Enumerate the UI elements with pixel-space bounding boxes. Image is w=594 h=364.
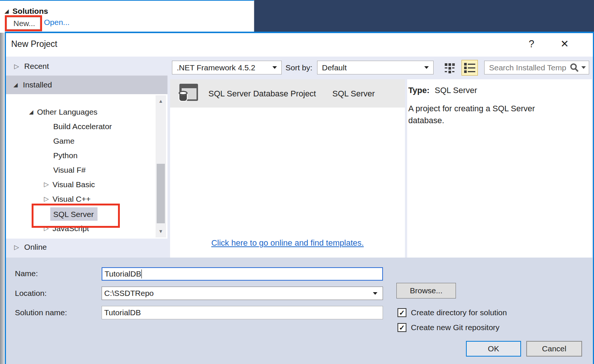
sort-value: Default: [322, 63, 347, 72]
new-solution-link[interactable]: New...: [13, 19, 35, 28]
chevron-down-icon: [424, 66, 429, 69]
sort-dropdown[interactable]: Default: [317, 61, 434, 74]
open-solution-link[interactable]: Open...: [44, 18, 70, 27]
create-git-label: Create new Git repository: [411, 323, 499, 332]
expanded-triangle-icon: ◢: [4, 8, 9, 15]
close-icon[interactable]: ✕: [556, 37, 573, 51]
help-icon[interactable]: ?: [525, 37, 538, 51]
scroll-up-icon[interactable]: ▲: [156, 96, 166, 106]
chevron-right-icon: ▷: [44, 181, 49, 188]
scroll-down-icon[interactable]: ▼: [156, 226, 166, 236]
nav-item-recent[interactable]: ▷ Recent: [14, 60, 49, 73]
solutions-title: Solutions: [13, 7, 48, 16]
tree-item-label: Visual F#: [53, 166, 86, 175]
create-directory-checkbox-row: ✓ Create directory for solution: [397, 308, 507, 317]
new-link-red-annotation: New...: [5, 15, 42, 31]
expanded-triangle-icon: ◢: [13, 82, 18, 88]
ok-button[interactable]: OK: [466, 341, 521, 357]
location-value: C:\SSDTRepo: [104, 289, 154, 298]
nav-installed-label: Installed: [23, 80, 52, 89]
project-name-input[interactable]: TutorialDB: [102, 267, 383, 281]
dialog-title: New Project: [11, 39, 57, 49]
template-platform: SQL Server: [332, 89, 375, 99]
sql-database-project-icon: [178, 83, 199, 104]
chevron-right-icon: ▷: [14, 243, 19, 251]
location-dropdown[interactable]: C:\SSDTRepo: [102, 287, 383, 300]
chevron-right-icon: ▷: [44, 195, 49, 203]
scrollbar-thumb[interactable]: [157, 164, 165, 223]
list-view-button[interactable]: [462, 60, 478, 76]
create-git-checkbox[interactable]: ✓: [397, 323, 406, 332]
tree-item-visual-basic[interactable]: ▷ Visual Basic: [44, 177, 95, 192]
tree-item-label: Build Accelerator: [53, 122, 112, 131]
type-value: SQL Server: [435, 86, 477, 95]
project-name-value: TutorialDB: [105, 269, 141, 278]
location-label: Location:: [15, 289, 47, 298]
search-input[interactable]: Search Installed Templates: [484, 61, 589, 74]
template-type-row: Type:SQL Server: [408, 86, 477, 95]
vs-window-background: [254, 0, 594, 33]
create-git-checkbox-row: ✓ Create new Git repository: [397, 323, 499, 332]
chevron-down-icon[interactable]: [581, 66, 586, 69]
nav-item-online[interactable]: ▷ Online: [14, 240, 47, 254]
small-icons-view-button[interactable]: [443, 61, 457, 75]
tree-item-build-accelerator[interactable]: Build Accelerator: [53, 119, 112, 134]
tree-item-label: Visual C++: [52, 195, 90, 204]
go-online-templates-link[interactable]: Click here to go online and find templat…: [170, 238, 405, 248]
tree-item-label: Python: [53, 151, 77, 160]
grid-view-icon: [444, 63, 456, 74]
window-edge: [0, 33, 5, 364]
template-description: A project for creating a SQL Server data…: [408, 103, 553, 127]
chevron-down-icon[interactable]: [373, 292, 377, 295]
create-directory-checkbox[interactable]: ✓: [397, 308, 406, 317]
nav-installed-inner[interactable]: ◢ Installed: [13, 78, 52, 92]
template-name: SQL Server Database Project: [208, 89, 316, 99]
name-label: Name:: [15, 269, 38, 278]
solution-name-value: TutorialDB: [104, 308, 141, 317]
list-view-icon: [464, 62, 476, 73]
nav-recent-label: Recent: [24, 62, 49, 71]
tree-item-other-languages[interactable]: ◢ Other Languages: [29, 105, 98, 119]
chevron-right-icon: ▷: [14, 63, 19, 70]
solution-name-input[interactable]: TutorialDB: [102, 306, 383, 319]
expanded-triangle-icon: ◢: [29, 109, 33, 115]
chevron-down-icon: [272, 66, 277, 69]
sort-by-label: Sort by:: [285, 63, 312, 72]
tree-item-visual-fsharp[interactable]: Visual F#: [53, 163, 86, 177]
search-icon[interactable]: [569, 63, 579, 73]
browse-button[interactable]: Browse...: [396, 283, 456, 298]
sql-server-red-annotation: [32, 204, 120, 228]
tree-item-game[interactable]: Game: [53, 134, 74, 148]
solution-name-label: Solution name:: [15, 308, 67, 317]
text-cursor: [141, 269, 142, 278]
search-placeholder: Search Installed Templates: [489, 63, 566, 72]
tree-item-label: Other Languages: [37, 108, 98, 116]
cancel-button[interactable]: Cancel: [526, 341, 582, 357]
type-label: Type:: [408, 86, 429, 95]
dialog-titlebar[interactable]: [6, 33, 593, 57]
solutions-header[interactable]: ◢ Solutions: [4, 7, 48, 16]
create-directory-label: Create directory for solution: [411, 308, 507, 317]
tree-item-label: Game: [53, 137, 74, 146]
framework-value: .NET Framework 4.5.2: [177, 63, 255, 72]
tree-item-python[interactable]: Python: [53, 148, 77, 163]
nav-online-label: Online: [24, 243, 47, 252]
tree-item-label: Visual Basic: [52, 180, 95, 189]
framework-dropdown[interactable]: .NET Framework 4.5.2: [172, 61, 282, 74]
